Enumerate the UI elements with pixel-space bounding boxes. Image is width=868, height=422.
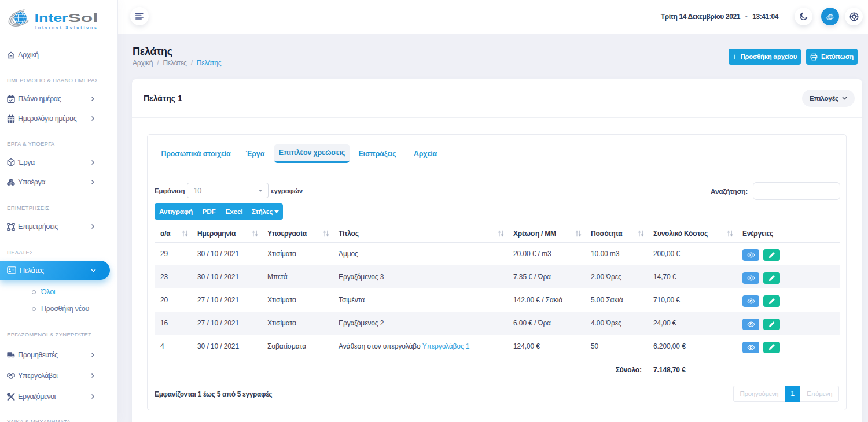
svg-text:Sol: Sol <box>68 12 98 24</box>
svg-text:Inter: Inter <box>35 12 68 24</box>
svg-text:Internet Solutions: Internet Solutions <box>35 25 97 29</box>
